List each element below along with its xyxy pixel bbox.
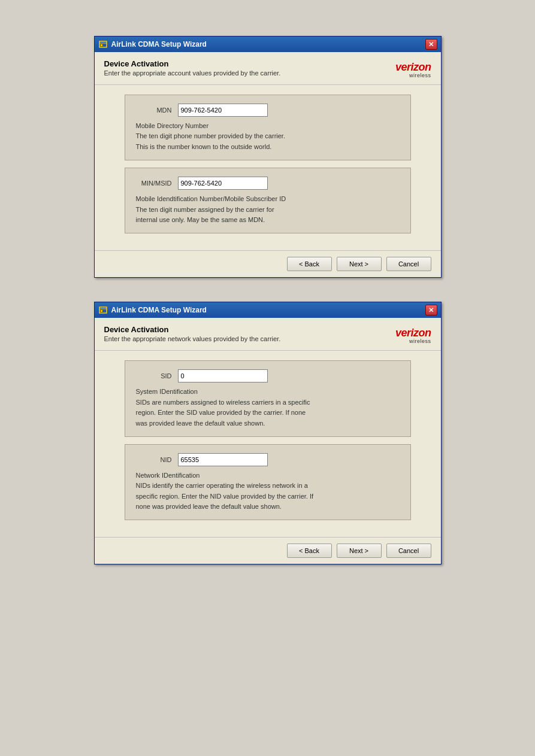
min-desc-1: Mobile Idendtification Number/Mobile Sub… [136,195,400,204]
header-title-1: Device Activation [104,59,281,68]
title-bar-2: AirLink CDMA Setup Wizard ✕ [95,302,441,318]
back-label-1: < Back [299,260,319,268]
title-bar-left-2: AirLink CDMA Setup Wizard [98,305,207,315]
svg-rect-3 [99,307,107,313]
header-section-1: Device Activation Enter the appropriate … [95,52,441,85]
nid-label: NID [136,456,172,463]
title-bar-left-1: AirLink CDMA Setup Wizard [98,40,207,49]
sid-desc-2: SIDs are numbers assigned to wireless ca… [136,398,400,407]
window-2-frame: AirLink CDMA Setup Wizard ✕ Device Activ… [94,302,442,564]
cancel-label-2: Cancel [398,547,419,554]
svg-rect-5 [101,310,102,312]
sid-desc-3: region. Enter the SID value provided by … [136,408,400,417]
close-button-1[interactable]: ✕ [425,39,437,50]
min-label: MIN/MSID [136,180,172,187]
mdn-desc-2: The ten digit phone number provided by t… [136,132,400,141]
header-subtitle-1: Enter the appropriate account values pro… [104,69,281,77]
min-box: MIN/MSID Mobile Idendtification Number/M… [125,168,411,233]
mdn-label: MDN [136,107,172,114]
min-field-row: MIN/MSID [136,177,400,190]
title-text-1: AirLink CDMA Setup Wizard [111,40,207,48]
footer-2: < Back Next > Cancel [95,537,441,564]
min-desc-3: internal use only. May be the same as MD… [136,215,400,224]
verizon-logo-2: verizon wireless [395,327,431,344]
verizon-name-1: verizon [395,61,431,73]
verizon-name-2: verizon [395,327,431,339]
header-subtitle-2: Enter the appropriate network values pro… [104,335,281,342]
next-button-2[interactable]: Next > [337,544,382,558]
sid-input[interactable] [178,369,268,382]
close-button-2[interactable]: ✕ [425,305,437,315]
back-label-2: < Back [299,547,319,554]
mdn-field-row: MDN [136,104,400,117]
nid-desc-4: none was provided leave the default valu… [136,502,400,511]
content-area-1: MDN Mobile Directory Number The ten digi… [95,85,441,250]
verizon-brand-2: verizon [395,327,431,338]
next-label-2: Next > [349,547,368,554]
header-title-2: Device Activation [104,325,281,334]
sid-label: SID [136,372,172,379]
content-area-2: SID System IDentification SIDs are numbe… [95,351,441,537]
min-input[interactable] [178,177,268,190]
header-section-2: Device Activation Enter the appropriate … [95,318,441,351]
title-text-2: AirLink CDMA Setup Wizard [111,306,207,314]
wizard-icon-2 [98,305,108,315]
back-button-1[interactable]: < Back [287,257,332,271]
mdn-input[interactable] [178,104,268,117]
nid-desc-1: Network IDentification [136,471,400,480]
cancel-button-1[interactable]: Cancel [386,257,431,271]
svg-rect-0 [99,41,107,47]
mdn-desc-1: Mobile Directory Number [136,122,400,130]
wizard-window-2: AirLink CDMA Setup Wizard ✕ Device Activ… [94,302,442,564]
min-desc-2: The ten digit number assigned by the car… [136,205,400,214]
next-label-1: Next > [349,260,368,268]
mdn-desc-3: This is the number known to the outside … [136,142,400,151]
sid-desc-1: System IDentification [136,387,400,396]
verizon-wireless-label-2: wireless [409,338,431,344]
header-text-1: Device Activation Enter the appropriate … [104,59,281,77]
wizard-icon-1 [98,40,108,49]
nid-desc-3: specific region. Enter the NID value pro… [136,492,400,501]
svg-rect-2 [101,44,102,46]
title-bar-1: AirLink CDMA Setup Wizard ✕ [95,37,441,52]
sid-desc-4: was provided leave the default value sho… [136,419,400,428]
window-1-frame: AirLink CDMA Setup Wizard ✕ Device Activ… [94,36,442,278]
nid-desc-2: NIDs identify the carrier operating the … [136,481,400,490]
sid-box: SID System IDentification SIDs are numbe… [125,360,411,437]
nid-box: NID Network IDentification NIDs identify… [125,444,411,521]
next-button-1[interactable]: Next > [337,257,382,271]
nid-field-row: NID [136,453,400,466]
window-body-1: Device Activation Enter the appropriate … [95,52,441,277]
footer-1: < Back Next > Cancel [95,250,441,277]
mdn-box: MDN Mobile Directory Number The ten digi… [125,95,411,160]
verizon-brand-1: verizon [395,62,431,72]
nid-input[interactable] [178,453,268,466]
cancel-button-2[interactable]: Cancel [386,544,431,558]
verizon-wireless-label-1: wireless [409,72,431,78]
window-body-2: Device Activation Enter the appropriate … [95,318,441,564]
back-button-2[interactable]: < Back [287,544,332,558]
wizard-window-1: AirLink CDMA Setup Wizard ✕ Device Activ… [94,36,442,278]
sid-field-row: SID [136,369,400,382]
verizon-logo-1: verizon wireless [395,62,431,78]
cancel-label-1: Cancel [398,260,419,268]
header-text-2: Device Activation Enter the appropriate … [104,325,281,342]
